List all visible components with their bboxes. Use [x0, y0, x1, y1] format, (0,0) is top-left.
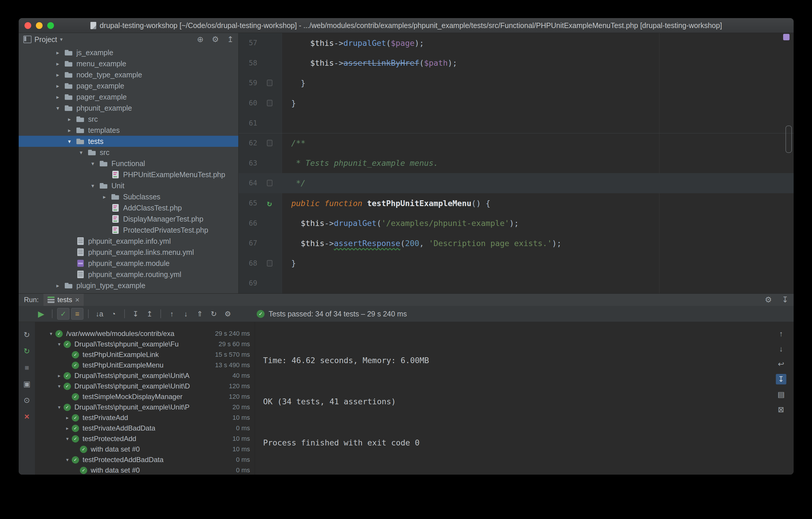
line-number[interactable]: 57	[239, 39, 257, 47]
line-number[interactable]: 66	[239, 219, 257, 227]
test-history-icon[interactable]: ↻	[208, 308, 220, 320]
line-number[interactable]: 67	[239, 239, 257, 247]
run-tab-tests[interactable]: tests ×	[44, 294, 84, 306]
editor-line[interactable]: 59 }	[239, 73, 794, 93]
project-tree-row[interactable]: phpunit_example.module	[19, 258, 238, 269]
test-tree-row[interactable]: ▾ testProtectedAddBadData 0 ms	[35, 455, 255, 465]
project-tree-row[interactable]: ▾ Functional	[19, 158, 238, 169]
line-number[interactable]: 69	[239, 279, 257, 287]
gutter-icon[interactable]	[257, 260, 282, 267]
test-tree-row[interactable]: testSimpleMockDisplayManager 120 ms	[35, 391, 255, 402]
expand-arrow-icon[interactable]: ▾	[55, 341, 64, 347]
editor-line[interactable]: 57 $this->drupalGet($page);	[239, 33, 794, 53]
clear-output-icon[interactable]: ⊠	[776, 404, 786, 415]
editor-line[interactable]: 58 $this->assertLinkByHref($path);	[239, 53, 794, 73]
project-tree-row[interactable]: ▸ node_type_example	[19, 69, 238, 80]
expand-arrow-icon[interactable]: ▾	[55, 404, 64, 410]
project-tree-row[interactable]: ▸ js_example	[19, 47, 238, 58]
expand-arrow-icon[interactable]: ▾	[63, 436, 72, 442]
line-number[interactable]: 62	[239, 139, 257, 147]
test-tree-row[interactable]: ▾ Drupal\Tests\phpunit_example\Unit\D 12…	[35, 381, 255, 391]
project-tree-row[interactable]: ▾ Unit	[19, 180, 238, 191]
line-number[interactable]: 68	[239, 259, 257, 267]
rerun-failed-tests-icon[interactable]: ↻	[22, 346, 32, 356]
project-panel-title[interactable]: Project	[34, 35, 57, 44]
project-tree-row[interactable]: ▾ phpunit_example	[19, 103, 238, 113]
project-tree-row[interactable]: ProtectedPrivatesTest.php	[19, 224, 238, 236]
previous-failed-test-icon[interactable]: ↑	[166, 308, 178, 320]
separator[interactable]	[124, 309, 125, 318]
gutter-icon[interactable]	[257, 198, 282, 208]
editor-line[interactable]: 69	[239, 273, 794, 293]
editor-line[interactable]: 65 public function testPhpUnitExampleMen…	[239, 193, 794, 213]
restore-layout-icon[interactable]: ▣	[22, 379, 32, 389]
code-editor[interactable]: 57 $this->drupalGet($page); 58 $this->as…	[239, 33, 794, 293]
test-tree-row[interactable]: testPhpUnitExampleMenu 13 s 490 ms	[35, 360, 255, 371]
test-tree-row[interactable]: ▸ Drupal\Tests\phpunit_example\Unit\A 40…	[35, 371, 255, 381]
project-tree-row[interactable]: ▸ plugin_type_example	[19, 280, 238, 291]
expand-arrow-icon[interactable]: ▸	[64, 116, 75, 122]
project-tree-row[interactable]: AddClassTest.php	[19, 202, 238, 213]
editor-line[interactable]: 60 }	[239, 93, 794, 113]
scroll-up-icon[interactable]: ↑	[776, 328, 786, 339]
expand-arrow-icon[interactable]: ▾	[47, 331, 55, 337]
scroll-to-end-icon[interactable]: ↧	[776, 374, 786, 384]
test-tree-row[interactable]: ▾ testProtectedAdd 10 ms	[35, 434, 255, 444]
project-tree-row[interactable]: DisplayManagerTest.php	[19, 213, 238, 224]
run-options-gear-icon[interactable]: ⚙	[222, 308, 234, 320]
project-tree-row[interactable]: phpunit_example.routing.yml	[19, 269, 238, 280]
expand-arrow-icon[interactable]: ▾	[75, 149, 87, 156]
stop-icon[interactable]: ■	[22, 362, 32, 373]
editor-line[interactable]: 68 }	[239, 253, 794, 274]
close-icon[interactable]: ×	[75, 296, 79, 304]
line-number[interactable]: 59	[239, 79, 257, 87]
hide-panel-icon[interactable]: ↧	[782, 296, 788, 304]
line-number[interactable]: 60	[239, 99, 257, 107]
test-tree-row[interactable]: with data set #0 10 ms	[35, 444, 255, 455]
test-tree-row[interactable]: ▾ Drupal\Tests\phpunit_example\Unit\P 20…	[35, 402, 255, 412]
editor-line[interactable]: 64 */	[239, 173, 794, 193]
line-number[interactable]: 65	[239, 199, 257, 207]
settings-gear-icon[interactable]: ⚙	[765, 296, 772, 304]
close-window-button[interactable]	[25, 22, 31, 29]
titlebar[interactable]: drupal-testing-workshop [~/Code/os/drupa…	[19, 18, 794, 33]
gutter-icon[interactable]	[257, 140, 282, 146]
expand-arrow-icon[interactable]: ▸	[52, 49, 64, 56]
settings-gear-icon[interactable]: ⚙	[212, 36, 219, 44]
project-tree-row[interactable]: ▸ src	[19, 113, 238, 125]
line-number[interactable]: 63	[239, 159, 257, 167]
import-test-results-icon[interactable]: ⇑	[194, 308, 206, 320]
test-tree-row[interactable]: testPhpUnitExampleLink 15 s 570 ms	[35, 349, 255, 360]
pin-tab-icon[interactable]: ⊙	[22, 395, 32, 406]
rerun-icon[interactable]: ↻	[22, 330, 32, 340]
show-ignored-toggle[interactable]: ≡	[71, 308, 83, 320]
project-tree-row[interactable]: phpunit_example.links.menu.yml	[19, 247, 238, 258]
test-tree-row[interactable]: ▸ testPrivateAdd 10 ms	[35, 412, 255, 423]
editor-line[interactable]: 66 $this->drupalGet('/examples/phpunit-e…	[239, 213, 794, 233]
line-number[interactable]: 61	[239, 119, 257, 127]
line-number[interactable]: 58	[239, 59, 257, 67]
expand-arrow-icon[interactable]: ▸	[64, 127, 75, 134]
project-tree-row[interactable]: ▸ templates	[19, 125, 238, 136]
test-tree-row[interactable]: ▸ testPrivateAddBadData 0 ms	[35, 423, 255, 434]
scroll-down-icon[interactable]: ↓	[776, 344, 786, 354]
project-tree-row[interactable]: ▸ menu_example	[19, 58, 238, 69]
next-failed-test-icon[interactable]: ↓	[180, 308, 192, 320]
project-tree-row[interactable]: phpunit_example.info.yml	[19, 236, 238, 247]
expand-arrow-icon[interactable]: ▸	[52, 83, 64, 89]
expand-arrow-icon[interactable]: ▾	[63, 457, 72, 463]
editor-scrollbar-thumb[interactable]	[785, 126, 792, 153]
gutter-icon[interactable]	[257, 100, 282, 106]
editor-line[interactable]: 63 * Tests phpunit_example menus.	[239, 153, 794, 173]
line-number[interactable]: 64	[239, 179, 257, 187]
separator[interactable]	[52, 309, 53, 318]
show-passed-toggle[interactable]: ✓	[57, 308, 69, 320]
soft-wrap-icon[interactable]: ↩	[776, 359, 786, 369]
expand-arrow-icon[interactable]: ▸	[52, 60, 64, 67]
expand-all-icon[interactable]: ↧	[129, 308, 142, 320]
gutter-icon[interactable]	[257, 80, 282, 86]
print-console-icon[interactable]: ▤	[776, 389, 786, 400]
expand-arrow-icon[interactable]: ▸	[52, 72, 64, 78]
editor-line[interactable]: 62 /**	[239, 133, 794, 153]
expand-arrow-icon[interactable]: ▸	[52, 94, 64, 101]
